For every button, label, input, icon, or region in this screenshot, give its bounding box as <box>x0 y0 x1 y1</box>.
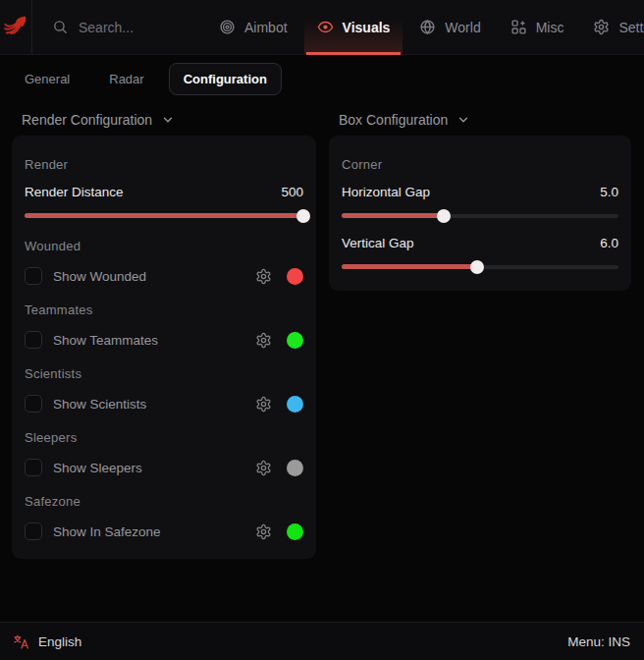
toggle-label: Show Sleepers <box>53 461 255 475</box>
content-area: Render Configuration Render Render Dista… <box>0 103 644 622</box>
scientists-settings-button[interactable] <box>255 396 272 412</box>
section-teammates: Teammates <box>25 302 303 317</box>
show-teammates-row: Show Teammates <box>25 329 303 351</box>
safezone-settings-button[interactable] <box>255 523 272 540</box>
globe-icon <box>419 19 436 35</box>
show-wounded-checkbox[interactable] <box>25 267 42 285</box>
gear-icon <box>593 19 610 35</box>
toggle-label: Show In Safezone <box>53 524 255 539</box>
translate-icon <box>14 634 28 649</box>
tab-bar: General Radar Configuration <box>0 55 644 103</box>
horizontal-gap-slider[interactable] <box>342 208 618 223</box>
slider-value: 500 <box>281 185 303 199</box>
teammates-color-swatch[interactable] <box>287 332 303 349</box>
gear-icon <box>255 523 272 540</box>
slider-fill <box>25 213 303 218</box>
nav-label: Aimbot <box>244 20 288 35</box>
toggle-label: Show Teammates <box>53 333 255 348</box>
show-sleepers-row: Show Sleepers <box>25 457 303 478</box>
render-configuration-column: Render Configuration Render Render Dista… <box>12 103 316 559</box>
chevron-down-icon <box>456 113 470 127</box>
slider-label: Vertical Gap <box>342 236 414 250</box>
section-safezone: Safezone <box>25 494 303 509</box>
menu-key-label: Menu: INS <box>567 634 630 649</box>
render-distance-slider[interactable] <box>25 208 303 223</box>
panel-title: Render Configuration <box>22 112 152 128</box>
toggle-label: Show Scientists <box>53 397 255 412</box>
section-wounded: Wounded <box>25 239 303 253</box>
section-sleepers: Sleepers <box>25 430 303 445</box>
gear-icon <box>255 268 272 285</box>
nav-item-settings[interactable]: Settings <box>580 0 644 54</box>
nav-item-aimbot[interactable]: Aimbot <box>206 0 300 54</box>
squid-logo-icon <box>0 12 31 43</box>
section-scientists: Scientists <box>25 366 303 381</box>
box-configuration-panel: Corner Horizontal Gap 5.0 Vertical Gap 6… <box>329 136 631 291</box>
slider-value: 6.0 <box>600 236 618 250</box>
vertical-gap-slider[interactable] <box>342 259 618 274</box>
scientists-color-swatch[interactable] <box>287 396 303 412</box>
safezone-color-swatch[interactable] <box>287 523 303 540</box>
show-in-safezone-row: Show In Safezone <box>25 521 303 542</box>
nav-label: Settings <box>618 20 644 35</box>
show-wounded-row: Show Wounded <box>25 265 303 287</box>
nav-label: World <box>445 20 480 35</box>
language-selector[interactable]: English <box>14 634 81 649</box>
vertical-gap-row: Vertical Gap 6.0 <box>342 236 618 250</box>
search-icon <box>52 19 69 35</box>
nav-item-visuals[interactable]: Visuals <box>304 0 403 54</box>
app-logo[interactable] <box>0 0 32 54</box>
section-render: Render <box>25 157 303 172</box>
slider-thumb[interactable] <box>437 209 451 223</box>
section-corner: Corner <box>342 157 618 172</box>
target-icon <box>219 19 236 35</box>
nav-label: Misc <box>536 20 564 35</box>
box-configuration-header[interactable]: Box Configuration <box>329 103 631 136</box>
tab-general[interactable]: General <box>10 63 84 95</box>
render-distance-row: Render Distance 500 <box>25 185 303 199</box>
language-label: English <box>38 634 81 649</box>
slider-label: Horizontal Gap <box>342 185 430 199</box>
search-bar[interactable] <box>32 0 206 54</box>
app-window: Aimbot Visuals World Misc <box>0 0 644 660</box>
nav-item-misc[interactable]: Misc <box>498 0 577 54</box>
tab-radar[interactable]: Radar <box>94 63 158 95</box>
sleepers-color-swatch[interactable] <box>287 460 303 476</box>
main-nav: Aimbot Visuals World Misc <box>206 0 644 54</box>
wounded-settings-button[interactable] <box>255 268 272 285</box>
show-in-safezone-checkbox[interactable] <box>25 522 42 540</box>
show-sleepers-checkbox[interactable] <box>25 459 42 476</box>
panel-title: Box Configuration <box>339 112 448 128</box>
search-input[interactable] <box>79 20 206 35</box>
gear-icon <box>255 460 272 476</box>
slider-value: 5.0 <box>600 185 618 199</box>
slider-thumb[interactable] <box>296 209 310 223</box>
sleepers-settings-button[interactable] <box>255 460 272 476</box>
show-scientists-row: Show Scientists <box>25 393 303 414</box>
box-configuration-column: Box Configuration Corner Horizontal Gap … <box>329 103 631 559</box>
nav-item-world[interactable]: World <box>406 0 493 54</box>
chevron-down-icon <box>161 113 175 127</box>
toggle-label: Show Wounded <box>53 269 255 284</box>
eye-icon <box>317 19 334 35</box>
slider-thumb[interactable] <box>470 260 484 274</box>
slider-fill <box>342 264 477 269</box>
gear-icon <box>255 332 272 349</box>
show-teammates-checkbox[interactable] <box>25 331 42 349</box>
slider-fill <box>342 213 444 218</box>
status-bar: English Menu: INS <box>0 622 644 660</box>
show-scientists-checkbox[interactable] <box>25 395 42 412</box>
horizontal-gap-row: Horizontal Gap 5.0 <box>342 185 618 199</box>
slider-label: Render Distance <box>25 185 124 199</box>
top-bar: Aimbot Visuals World Misc <box>0 0 644 55</box>
tab-configuration[interactable]: Configuration <box>169 63 282 95</box>
teammates-settings-button[interactable] <box>255 332 272 349</box>
gear-icon <box>255 396 272 412</box>
grid-plus-icon <box>510 19 527 35</box>
render-configuration-panel: Render Render Distance 500 Wounded Show … <box>12 136 316 559</box>
wounded-color-swatch[interactable] <box>287 268 303 285</box>
nav-label: Visuals <box>343 20 391 35</box>
render-configuration-header[interactable]: Render Configuration <box>12 103 316 136</box>
